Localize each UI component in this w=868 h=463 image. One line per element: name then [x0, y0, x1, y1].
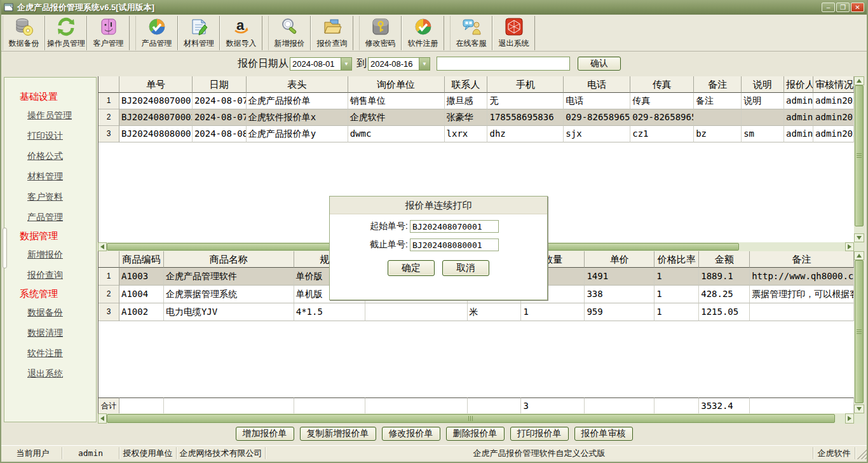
cell: 电话	[564, 93, 630, 109]
total-cell	[164, 397, 294, 413]
toolbar-group: 修改密码软件注册	[359, 16, 444, 50]
chevron-down-icon[interactable]: ▼	[419, 58, 430, 70]
toolbar-button-label: 修改密码	[365, 38, 396, 49]
app-icon	[4, 3, 14, 11]
toolbar-button-operator-management[interactable]: 操作员管理	[45, 16, 87, 50]
toolbar-button-online-service[interactable]: 在线客服	[451, 16, 492, 50]
toolbar-button-material-management[interactable]: 材料管理	[178, 16, 220, 50]
date-from-value: 2024-08-01	[290, 58, 341, 70]
delete-quote-button[interactable]: 删除报价单	[446, 427, 505, 441]
print-quote-button[interactable]: 打印报价单	[510, 427, 569, 441]
sidebar-item-customer-info[interactable]: 客户资料	[4, 186, 96, 207]
scroll-down-icon[interactable]	[854, 233, 864, 242]
cell: 票据管理打印，可以根据客户	[750, 286, 854, 303]
modify-quote-button[interactable]: 修改报价单	[382, 427, 440, 441]
items-grid-hscrollbar[interactable]	[98, 413, 854, 424]
toolbar-button-data-backup[interactable]: 数据备份	[3, 16, 45, 50]
sidebar-group-title-basic-settings: 基础设置	[4, 88, 96, 105]
end-number-input[interactable]	[410, 238, 499, 251]
toolbar-button-new-quote[interactable]: 新增报价	[269, 16, 311, 50]
product-check-icon	[147, 17, 167, 37]
sidebar-item-exit-system[interactable]: 退出系统	[4, 363, 96, 384]
total-cell	[585, 397, 654, 413]
cell: 企虎软件	[348, 109, 445, 126]
total-cell: 3	[521, 397, 585, 413]
toolbar-group: 产品管理材料管理a数据导入	[135, 16, 262, 50]
sidebar-item-data-clean[interactable]: 数据清理	[4, 322, 96, 343]
cell: 2024-08-07	[193, 109, 247, 126]
restore-button[interactable]: ❐	[836, 3, 850, 12]
dialog-ok-button[interactable]: 确定	[388, 260, 435, 276]
items-total-row: 合计33532.4	[98, 397, 854, 413]
copy-add-quote-button[interactable]: 复制新增报价单	[300, 427, 376, 441]
confirm-button[interactable]: 确认	[578, 57, 621, 71]
sidebar-item-software-register[interactable]: 软件注册	[4, 343, 96, 363]
toolbar-button-label: 软件注册	[408, 38, 438, 49]
scrollbar-thumb[interactable]	[855, 260, 864, 403]
scroll-up-icon[interactable]	[854, 251, 864, 260]
cell: 959	[585, 303, 654, 321]
column-header: 报价人	[784, 76, 813, 93]
add-quote-button[interactable]: 增加报价单	[236, 427, 294, 441]
sidebar-item-material-management[interactable]: 材料管理	[4, 166, 96, 186]
cell: 企虎票据管理系统	[164, 286, 294, 303]
cell: 说明	[742, 93, 784, 109]
sidebar-item-operator-management[interactable]: 操作员管理	[4, 105, 96, 125]
column-header: 商品编码	[119, 251, 164, 268]
close-button[interactable]: ✕	[851, 3, 864, 12]
column-header: 审核情况	[813, 76, 854, 93]
cell: admin2024-	[813, 93, 854, 109]
cell: 电力电缆YJV	[164, 303, 294, 321]
cell: 企虎产品管理软件	[164, 268, 294, 286]
scroll-right-icon[interactable]	[845, 413, 854, 424]
dialog-cancel-button[interactable]: 取消	[442, 260, 489, 276]
scroll-left-icon[interactable]	[98, 413, 107, 424]
date-from-label: 报价日期从	[238, 57, 288, 71]
toolbar-button-data-import[interactable]: a数据导入	[220, 16, 262, 50]
resize-grip[interactable]	[857, 447, 867, 459]
license-unit: 企虎网络技术有限公司	[177, 447, 266, 459]
chevron-down-icon[interactable]: ▼	[341, 58, 351, 70]
toolbar-button-customer-management[interactable]: 客户管理	[87, 16, 129, 50]
cell: 米	[468, 303, 522, 321]
sidebar-item-print-design[interactable]: 打印设计	[4, 125, 96, 146]
cell: A1004	[119, 286, 164, 303]
sidebar-item-price-formula[interactable]: 价格公式	[4, 146, 96, 166]
scroll-up-icon[interactable]	[854, 76, 864, 85]
quotes-grid-vscrollbar[interactable]	[854, 76, 864, 242]
date-from-select[interactable]: 2024-08-01 ▼	[290, 57, 352, 71]
toolbar-group: 在线客服退出系统	[450, 16, 535, 50]
title-bar: 企虎产品报价管理系统v6.5[试用版本] – ❐ ✕	[1, 0, 867, 15]
toolbar-button-product-management[interactable]: 产品管理	[136, 16, 178, 50]
toolbar-button-exit-system[interactable]: 退出系统	[492, 16, 534, 50]
grid-corner-cell	[98, 251, 119, 268]
sidebar-item-product-management[interactable]: 产品管理	[4, 207, 96, 227]
scrollbar-thumb[interactable]	[107, 414, 835, 423]
sidebar-splitter-handle[interactable]	[3, 228, 7, 268]
row-number-cell: 1	[98, 93, 119, 109]
toolbar-button-quote-query[interactable]: 报价查询	[311, 16, 353, 50]
scroll-down-icon[interactable]	[854, 404, 864, 413]
keyword-input[interactable]	[437, 57, 570, 71]
quote-row[interactable]: 2BJ2024080700022024-08-07企虎软件报价单x企虎软件张豪华…	[98, 109, 854, 126]
toolbar-button-software-register[interactable]: 软件注册	[402, 16, 444, 50]
toolbar-button-change-password[interactable]: 修改密码	[360, 16, 402, 50]
svg-text:a: a	[236, 17, 245, 33]
exit-cube-icon	[504, 17, 524, 37]
quote-row[interactable]: 3BJ2024080800012024-08-08企虎产品报价单ydwmclxr…	[98, 126, 854, 142]
quote-row[interactable]: 1BJ2024080700012024-08-07企虎产品报价单销售单位撒旦感无…	[98, 93, 854, 109]
item-row[interactable]: 3A1002电力电缆YJV4*1.5米195911215.05	[98, 303, 854, 321]
audit-quote-button[interactable]: 报价单审核	[574, 427, 633, 441]
column-header: 备注	[694, 76, 742, 93]
start-number-input[interactable]	[410, 220, 499, 233]
scrollbar-thumb[interactable]	[855, 85, 864, 226]
sidebar-item-new-quote[interactable]: 新增报价	[4, 244, 96, 265]
date-to-select[interactable]: 2024-08-16 ▼	[368, 57, 430, 71]
sidebar-item-quote-query[interactable]: 报价查询	[4, 265, 96, 285]
items-grid-vscrollbar[interactable]	[854, 251, 864, 413]
minimize-button[interactable]: –	[822, 3, 835, 12]
scroll-right-icon[interactable]	[845, 242, 854, 251]
folder-icon	[322, 17, 342, 37]
sidebar-item-data-backup[interactable]: 数据备份	[4, 302, 96, 322]
scroll-left-icon[interactable]	[98, 242, 107, 251]
